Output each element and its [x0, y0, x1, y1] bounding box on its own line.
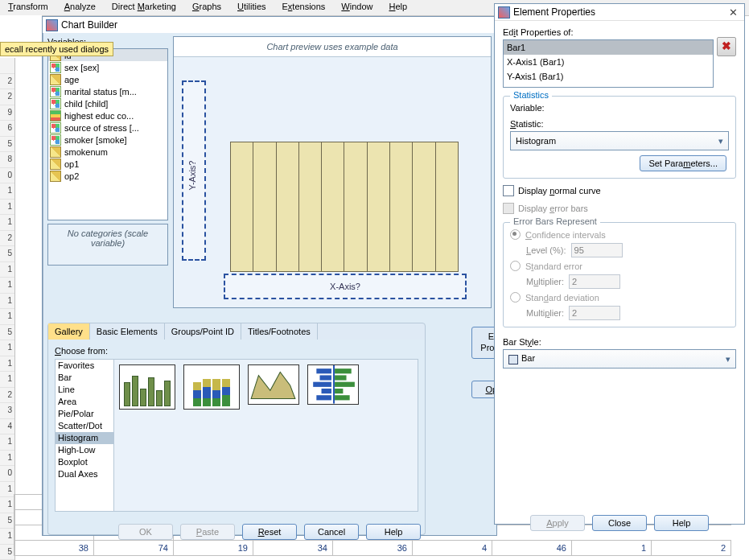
variable-item[interactable]: age — [48, 73, 167, 85]
statistic-combo[interactable]: Histogram ▾ — [510, 131, 729, 150]
recall-dialogs-tooltip: ecall recently used dialogs — [0, 42, 113, 56]
radio-icon — [510, 292, 521, 303]
ordinal-icon — [50, 110, 61, 121]
delete-icon[interactable]: ✖ — [717, 37, 736, 56]
nominal-icon — [50, 98, 61, 109]
chart-category-list[interactable]: FavoritesBarLineAreaPie/PolarScatter/Dot… — [56, 360, 114, 511]
edit-properties-of-label: Edit Properties of: — [503, 27, 573, 37]
menu-window[interactable]: Window — [333, 0, 381, 15]
toolbar-fragment — [0, 15, 42, 43]
gallery-thumbnails[interactable] — [114, 360, 418, 511]
stderr-multiplier-field — [569, 274, 620, 289]
error-bars-group: Error Bars Represent Confidence interval… — [503, 222, 736, 327]
category-area[interactable]: Area — [56, 396, 113, 408]
tab-titles-footnotes[interactable]: Titles/Footnotes — [241, 323, 318, 340]
thumb-simple-histogram[interactable] — [119, 364, 175, 410]
data-cell[interactable]: 2 — [652, 541, 731, 556]
set-parameters-button[interactable]: Set Parameters... — [640, 155, 726, 171]
menu-utilities[interactable]: Utilities — [229, 0, 274, 15]
radio-icon — [510, 261, 521, 271]
menu-extensions[interactable]: Extensions — [274, 0, 334, 15]
paste-button: Paste — [180, 524, 235, 540]
variable-item[interactable]: highest educ co... — [48, 109, 167, 121]
menu-graphs[interactable]: Graphs — [184, 0, 229, 15]
menu-help[interactable]: Help — [381, 0, 415, 15]
y-axis-dropzone[interactable]: Y-Axis? — [182, 80, 206, 261]
standard-error-radio: Standard error — [510, 261, 729, 271]
category-piepolar[interactable]: Pie/Polar — [56, 408, 113, 420]
scale-icon — [50, 171, 61, 182]
svg-rect-2 — [316, 369, 331, 374]
variable-item[interactable]: smoker [smoke] — [48, 134, 167, 146]
variable-item[interactable]: smokenum — [48, 146, 167, 158]
help-button[interactable]: Help — [654, 515, 709, 531]
chart-builder-titlebar: Chart Builder — [43, 17, 496, 33]
menu-direct-marketing[interactable]: Direct Marketing — [104, 0, 184, 15]
svg-rect-3 — [335, 369, 352, 374]
tab-gallery[interactable]: Gallery — [48, 323, 90, 340]
category-favorites[interactable]: Favorites — [56, 360, 113, 372]
chart-builder-body: Variables: idsex [sex]agemarital status … — [43, 33, 496, 545]
data-cell[interactable]: 46 — [492, 541, 572, 556]
variable-item[interactable]: op1 — [48, 158, 167, 170]
close-button[interactable]: Close — [592, 515, 647, 531]
nominal-icon — [50, 86, 61, 97]
variable-item[interactable]: child [child] — [48, 97, 167, 109]
reset-button[interactable]: Reset — [242, 524, 297, 540]
cancel-button[interactable]: Cancel — [304, 524, 359, 540]
gallery-tabs[interactable]: Gallery Basic Elements Groups/Point ID T… — [47, 323, 426, 340]
statistic-label: Statistic: — [510, 119, 729, 129]
menu-transform[interactable]: Transform — [0, 0, 56, 15]
display-normal-curve-checkbox[interactable]: Display normal curve — [503, 185, 736, 196]
tab-groups-point-id[interactable]: Groups/Point ID — [165, 323, 241, 340]
element-props-buttons: Apply Close Help — [495, 515, 744, 531]
help-button[interactable]: Help — [366, 524, 421, 540]
variable-item[interactable]: marital status [m... — [48, 85, 167, 97]
display-error-bars-checkbox: Display error bars — [503, 203, 736, 214]
edit-properties-item[interactable]: X-Axis1 (Bar1) — [504, 55, 713, 69]
thumb-population-pyramid[interactable] — [307, 364, 359, 405]
svg-rect-1 — [333, 365, 335, 404]
close-icon[interactable]: ✕ — [726, 6, 741, 19]
element-props-titlebar: Element Properties ✕ — [495, 4, 744, 21]
standard-deviation-radio: Standard deviation — [510, 292, 729, 303]
thumb-frequency-polygon[interactable] — [248, 364, 299, 405]
category-histogram[interactable]: Histogram — [56, 432, 113, 444]
variable-item[interactable]: source of stress [... — [48, 121, 167, 134]
variable-item[interactable]: sex [sex] — [48, 61, 167, 73]
element-properties-window: Element Properties ✕ Edit Properties of:… — [494, 3, 745, 525]
confidence-intervals-radio: Confidence intervals — [510, 229, 729, 240]
edit-properties-item[interactable]: Bar1 — [504, 40, 713, 55]
bar-style-combo[interactable]: Bar ▾ — [503, 349, 736, 369]
nominal-icon — [50, 62, 61, 73]
x-axis-dropzone[interactable]: X-Axis? — [224, 274, 467, 299]
svg-rect-9 — [335, 389, 343, 393]
menu-analyze[interactable]: Analyze — [56, 0, 104, 15]
variables-list[interactable]: idsex [sex]agemarital status [m...child … — [47, 48, 168, 220]
category-boxplot[interactable]: Boxplot — [56, 456, 113, 468]
chart-builder-title: Chart Builder — [61, 19, 117, 31]
category-bar[interactable]: Bar — [56, 372, 113, 384]
canvas-hint: Chart preview uses example data — [174, 37, 491, 57]
data-cell[interactable]: 1 — [572, 541, 652, 556]
svg-rect-6 — [313, 382, 331, 387]
edit-properties-item[interactable]: Y-Axis1 (Bar1) — [504, 69, 713, 84]
chart-builder-window: Chart Builder Variables: idsex [sex]agem… — [42, 16, 497, 536]
svg-rect-10 — [316, 396, 331, 401]
chart-canvas[interactable]: Chart preview uses example data Y-Axis? … — [173, 36, 492, 308]
category-dualaxes[interactable]: Dual Axes — [56, 468, 113, 480]
thumb-stacked-histogram[interactable] — [183, 364, 240, 410]
checkbox-icon — [503, 203, 514, 214]
category-line[interactable]: Line — [56, 384, 113, 396]
category-scatterdot[interactable]: Scatter/Dot — [56, 420, 113, 432]
stddev-multiplier-field — [569, 306, 620, 320]
svg-rect-11 — [335, 396, 350, 401]
chevron-down-icon: ▾ — [726, 354, 730, 364]
svg-marker-0 — [251, 373, 295, 399]
variable-item[interactable]: op2 — [48, 170, 167, 182]
svg-rect-7 — [335, 382, 355, 387]
tab-basic-elements[interactable]: Basic Elements — [90, 323, 165, 340]
edit-properties-list[interactable]: Bar1X-Axis1 (Bar1)Y-Axis1 (Bar1) — [503, 39, 714, 88]
category-highlow[interactable]: High-Low — [56, 444, 113, 456]
chart-builder-icon — [46, 19, 58, 31]
